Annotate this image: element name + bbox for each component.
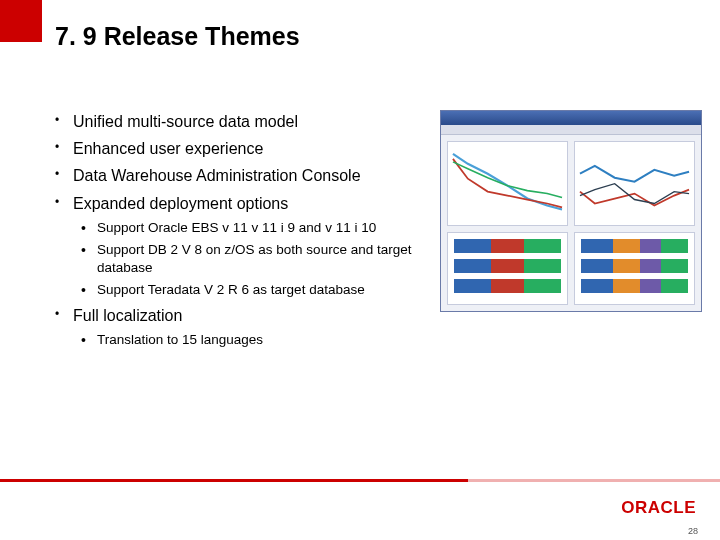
bar-segment xyxy=(524,279,561,293)
bar-segment xyxy=(454,279,491,293)
bar-segment xyxy=(491,259,523,273)
page-number: 28 xyxy=(688,526,698,536)
bullet-text: Unified multi-source data model xyxy=(73,113,298,130)
bullet-text: Support Oracle EBS v 11 v 11 i 9 and v 1… xyxy=(97,220,376,235)
bar-segment xyxy=(613,239,640,253)
bar-segment xyxy=(661,239,688,253)
bullet-user-experience: Enhanced user experience xyxy=(55,137,415,160)
bullet-text: Full localization xyxy=(73,307,182,324)
footer-divider xyxy=(0,479,720,482)
thumbnail-toolbar xyxy=(441,125,701,135)
sub-bullet-ebs: Support Oracle EBS v 11 v 11 i 9 and v 1… xyxy=(81,219,415,237)
bar-segment xyxy=(661,279,688,293)
thumbnail-body xyxy=(441,135,701,311)
bullet-text: Support DB 2 V 8 on z/OS as both source … xyxy=(97,242,411,275)
bar-segment xyxy=(524,239,561,253)
brand-accent-block xyxy=(0,0,42,42)
bullet-admin-console: Data Warehouse Administration Console xyxy=(55,164,415,187)
bar-segment xyxy=(454,259,491,273)
bullet-text: Data Warehouse Administration Console xyxy=(73,167,361,184)
thumbnail-chart-top-left xyxy=(447,141,568,226)
bar-row xyxy=(454,239,561,253)
bar-segment xyxy=(524,259,561,273)
thumbnail-chart-bottom-right xyxy=(574,232,695,305)
thumbnail-chart-top-right xyxy=(574,141,695,226)
thumbnail-chart-bottom-left xyxy=(447,232,568,305)
thumbnail-titlebar xyxy=(441,111,701,125)
bar-row xyxy=(581,279,688,293)
bar-segment xyxy=(454,239,491,253)
sub-list-deployment: Support Oracle EBS v 11 v 11 i 9 and v 1… xyxy=(81,219,415,300)
main-bullet-list: Unified multi-source data model Enhanced… xyxy=(55,110,415,349)
bullet-unified-model: Unified multi-source data model xyxy=(55,110,415,133)
sub-bullet-db2: Support DB 2 V 8 on z/OS as both source … xyxy=(81,241,415,277)
bar-segment xyxy=(640,279,661,293)
bar-segment xyxy=(640,259,661,273)
sub-bullet-teradata: Support Teradata V 2 R 6 as target datab… xyxy=(81,281,415,299)
bar-segment xyxy=(613,279,640,293)
bar-segment xyxy=(581,259,613,273)
bar-segment xyxy=(661,259,688,273)
content-area: Unified multi-source data model Enhanced… xyxy=(55,110,415,353)
bullet-deployment-options: Expanded deployment options Support Orac… xyxy=(55,192,415,300)
bar-segment xyxy=(491,279,523,293)
screenshot-thumbnail xyxy=(440,110,702,312)
bar-segment xyxy=(581,239,613,253)
bullet-text: Translation to 15 languages xyxy=(97,332,263,347)
line-chart-icon xyxy=(575,142,694,225)
bar-row xyxy=(454,259,561,273)
bar-segment xyxy=(491,239,523,253)
line-chart-icon xyxy=(448,142,567,225)
bullet-text: Enhanced user experience xyxy=(73,140,263,157)
bar-row xyxy=(581,259,688,273)
bar-segment xyxy=(640,239,661,253)
bar-row xyxy=(454,279,561,293)
bar-segment xyxy=(613,259,640,273)
sub-list-localization: Translation to 15 languages xyxy=(81,331,415,349)
bullet-localization: Full localization Translation to 15 lang… xyxy=(55,304,415,349)
bar-row xyxy=(581,239,688,253)
bullet-text: Support Teradata V 2 R 6 as target datab… xyxy=(97,282,365,297)
sub-bullet-translation: Translation to 15 languages xyxy=(81,331,415,349)
bullet-text: Expanded deployment options xyxy=(73,195,288,212)
slide-title: 7. 9 Release Themes xyxy=(55,22,300,51)
bar-segment xyxy=(581,279,613,293)
oracle-logo: ORACLE xyxy=(621,498,696,518)
